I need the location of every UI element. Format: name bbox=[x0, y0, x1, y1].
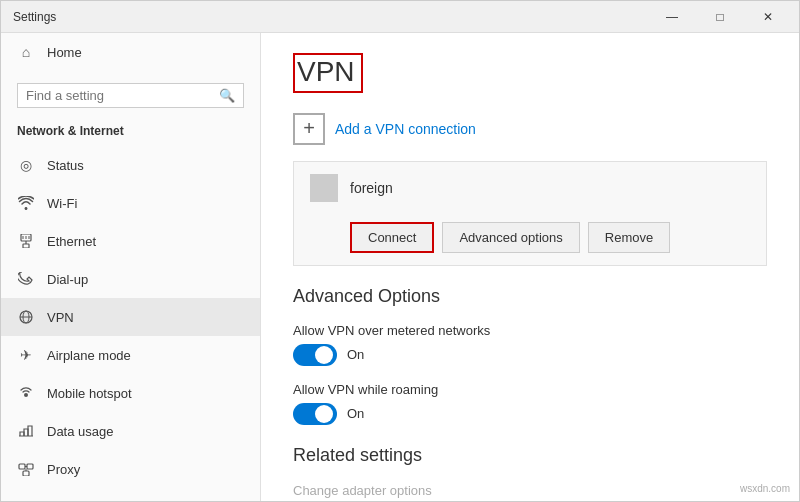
sidebar-item-label-hotspot: Mobile hotspot bbox=[47, 386, 132, 401]
vpn-item-row: foreign bbox=[310, 174, 750, 202]
wifi-icon bbox=[17, 194, 35, 212]
sidebar-item-vpn[interactable]: VPN bbox=[1, 298, 260, 336]
ethernet-icon bbox=[17, 232, 35, 250]
sidebar-home-label: Home bbox=[47, 45, 82, 60]
toggle-metered[interactable] bbox=[293, 344, 337, 366]
vpn-item-name: foreign bbox=[350, 180, 393, 196]
advanced-options-title: Advanced Options bbox=[293, 286, 767, 307]
search-icon: 🔍 bbox=[219, 88, 235, 103]
vpn-icon bbox=[17, 308, 35, 326]
window-controls: — □ ✕ bbox=[649, 1, 791, 33]
svg-rect-11 bbox=[19, 464, 25, 469]
sidebar-item-home[interactable]: ⌂ Home bbox=[1, 33, 260, 71]
related-settings-section: Related settings Change adapter options bbox=[293, 445, 767, 498]
sidebar-item-hotspot[interactable]: Mobile hotspot bbox=[1, 374, 260, 412]
main-content: VPN + Add a VPN connection foreign Conne… bbox=[261, 33, 799, 501]
sidebar: ⌂ Home 🔍 Network & Internet ◎ Status bbox=[1, 33, 261, 501]
sidebar-item-label-datausage: Data usage bbox=[47, 424, 114, 439]
sidebar-item-label-proxy: Proxy bbox=[47, 462, 80, 477]
toggle-roaming-label: Allow VPN while roaming bbox=[293, 382, 767, 397]
vpn-item-avatar bbox=[310, 174, 338, 202]
sidebar-search-box[interactable]: 🔍 bbox=[17, 83, 244, 108]
sidebar-item-proxy[interactable]: Proxy bbox=[1, 450, 260, 488]
connect-button[interactable]: Connect bbox=[350, 222, 434, 253]
content-area: ⌂ Home 🔍 Network & Internet ◎ Status bbox=[1, 33, 799, 501]
airplane-icon: ✈ bbox=[17, 346, 35, 364]
minimize-button[interactable]: — bbox=[649, 1, 695, 33]
toggle-metered-label: Allow VPN over metered networks bbox=[293, 323, 767, 338]
watermark: wsxdn.com bbox=[740, 483, 790, 494]
sidebar-item-dialup[interactable]: Dial-up bbox=[1, 260, 260, 298]
sidebar-item-datausage[interactable]: Data usage bbox=[1, 412, 260, 450]
change-adapter-link[interactable]: Change adapter options bbox=[293, 483, 432, 498]
search-input[interactable] bbox=[26, 88, 219, 103]
sidebar-item-label-airplane: Airplane mode bbox=[47, 348, 131, 363]
close-button[interactable]: ✕ bbox=[745, 1, 791, 33]
vpn-item-card: foreign Connect Advanced options Remove bbox=[293, 161, 767, 266]
sidebar-item-label-vpn: VPN bbox=[47, 310, 74, 325]
add-vpn-label: Add a VPN connection bbox=[335, 121, 476, 137]
toggle-roaming-container: On bbox=[293, 403, 767, 425]
datausage-icon bbox=[17, 422, 35, 440]
home-icon: ⌂ bbox=[17, 43, 35, 61]
remove-button[interactable]: Remove bbox=[588, 222, 670, 253]
svg-rect-13 bbox=[23, 471, 29, 476]
sidebar-item-label-dialup: Dial-up bbox=[47, 272, 88, 287]
sidebar-item-label-status: Status bbox=[47, 158, 84, 173]
proxy-icon bbox=[17, 460, 35, 478]
toggle-metered-row: Allow VPN over metered networks On bbox=[293, 323, 767, 366]
svg-rect-12 bbox=[27, 464, 33, 469]
maximize-button[interactable]: □ bbox=[697, 1, 743, 33]
sidebar-item-airplane[interactable]: ✈ Airplane mode bbox=[1, 336, 260, 374]
window-title: Settings bbox=[13, 10, 56, 24]
toggle-metered-container: On bbox=[293, 344, 767, 366]
add-vpn-row[interactable]: + Add a VPN connection bbox=[293, 113, 767, 145]
toggle-metered-state: On bbox=[347, 347, 364, 362]
toggle-roaming-state: On bbox=[347, 406, 364, 421]
related-settings-title: Related settings bbox=[293, 445, 767, 466]
dialup-icon bbox=[17, 270, 35, 288]
page-title: VPN bbox=[293, 53, 363, 93]
sidebar-section-title: Network & Internet bbox=[1, 120, 260, 146]
advanced-options-button[interactable]: Advanced options bbox=[442, 222, 579, 253]
sidebar-item-wifi[interactable]: Wi-Fi bbox=[1, 184, 260, 222]
svg-point-9 bbox=[24, 393, 28, 397]
svg-rect-5 bbox=[23, 244, 29, 248]
sidebar-item-status[interactable]: ◎ Status bbox=[1, 146, 260, 184]
hotspot-icon bbox=[17, 384, 35, 402]
status-icon: ◎ bbox=[17, 156, 35, 174]
sidebar-item-label-wifi: Wi-Fi bbox=[47, 196, 77, 211]
vpn-item-buttons: Connect Advanced options Remove bbox=[310, 214, 750, 265]
sidebar-item-label-ethernet: Ethernet bbox=[47, 234, 96, 249]
add-vpn-icon: + bbox=[293, 113, 325, 145]
settings-window: Settings — □ ✕ ⌂ Home 🔍 Network & Intern… bbox=[0, 0, 800, 502]
toggle-roaming[interactable] bbox=[293, 403, 337, 425]
toggle-roaming-row: Allow VPN while roaming On bbox=[293, 382, 767, 425]
sidebar-item-ethernet[interactable]: Ethernet bbox=[1, 222, 260, 260]
title-bar: Settings — □ ✕ bbox=[1, 1, 799, 33]
